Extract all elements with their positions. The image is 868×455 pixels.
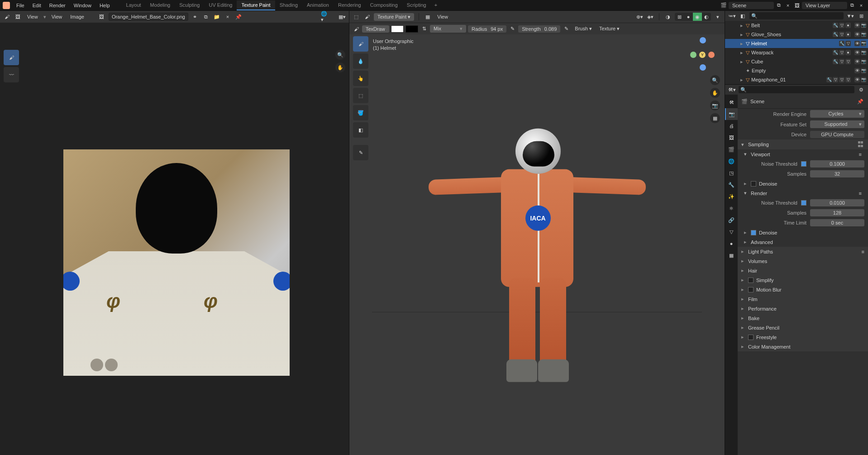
img-display-icon[interactable]: ▦▾ [338, 13, 346, 21]
gizmo-toggle-icon[interactable]: ⊕▾ [635, 13, 644, 21]
image-name-field[interactable]: Orange_Helmet_Base_Color.png [109, 13, 188, 21]
vp-soften-tool-icon[interactable]: 💧 [353, 53, 368, 69]
panel-light-paths[interactable]: Light Paths≡ [738, 247, 868, 256]
tab-physics-icon[interactable]: ⚛ [725, 202, 738, 214]
motionblur-checkbox[interactable] [748, 287, 754, 292]
image-browse-icon[interactable]: 🖼 [98, 13, 106, 21]
panel-film[interactable]: Film [738, 294, 868, 304]
pivot-icon[interactable]: ▦ [424, 13, 432, 21]
outliner-item-megaphone[interactable]: ▸▽Megaphone_01 🔧▽▽▽ 👁📷 [725, 75, 868, 84]
panel-hair[interactable]: Hair [738, 266, 868, 275]
mode-icon[interactable]: 🖌 [363, 13, 371, 21]
vp-samples-field[interactable]: 32 [810, 170, 864, 177]
vp-clone-tool-icon[interactable]: ⬚ [353, 88, 368, 103]
r-denoise-checkbox[interactable] [751, 230, 756, 235]
viewlayer-new-icon[interactable]: ⧉ [848, 1, 856, 10]
vp-zoom-icon[interactable]: 🔍 [710, 75, 720, 85]
vp-pan-icon[interactable]: ✋ [710, 88, 720, 98]
gizmo-z-icon[interactable] [700, 37, 706, 43]
pan-icon[interactable]: ✋ [335, 62, 345, 72]
scene-delete-icon[interactable]: × [784, 1, 792, 10]
radius-field[interactable]: Radius94 px [468, 25, 506, 33]
vp-mask-tool-icon[interactable]: ◧ [353, 122, 368, 138]
editor-type-3d-icon[interactable]: ⬚ [352, 13, 360, 21]
menu-file[interactable]: File [13, 1, 28, 10]
gizmo-y-neg-icon[interactable] [690, 52, 696, 58]
brush-panel-drop[interactable]: Brush ▾ [572, 25, 595, 33]
vp-noise-checkbox[interactable] [801, 161, 806, 167]
panel-grease-pencil[interactable]: Grease Pencil [738, 323, 868, 332]
outliner-new-collection-icon[interactable]: ⊞ [857, 12, 865, 20]
soften-tool-icon[interactable]: 〰 [4, 67, 19, 82]
strength-pressure-icon[interactable]: ✎ [562, 25, 570, 33]
r-noise-field[interactable]: 0.0100 [810, 199, 864, 206]
panel-volumes[interactable]: Volumes [738, 256, 868, 266]
subpanel-r-denoise[interactable]: Denoise [738, 228, 868, 237]
outliner-type-icon[interactable]: ≔▾ [728, 12, 736, 20]
viewlayer-browse-icon[interactable]: 🖼 [793, 1, 801, 10]
panel-sampling[interactable]: Sampling [738, 139, 868, 149]
camera-restrict-icon[interactable]: 📷 [861, 23, 866, 28]
tab-render-icon[interactable]: 📷 [725, 108, 738, 120]
outliner-item-empty[interactable]: ✦Empty 👁📷 [725, 66, 868, 75]
outliner-filter-icon[interactable]: ▼▾ [846, 12, 854, 20]
slot-drop-icon[interactable]: 🌐▾ [321, 13, 329, 21]
material-icon[interactable]: ● [845, 23, 851, 28]
menu-window[interactable]: Window [70, 1, 95, 10]
props-pin-icon[interactable]: 📌 [856, 97, 864, 105]
ws-add-button[interactable]: + [431, 0, 441, 10]
list-icon[interactable]: ≡ [859, 152, 862, 157]
time-limit-field[interactable]: 0 sec [810, 219, 864, 226]
subpanel-render[interactable]: Render≡ [738, 188, 868, 198]
r-samples-field[interactable]: 128 [810, 209, 864, 216]
props-type-icon[interactable]: 🛠▾ [728, 86, 736, 94]
modifier-icon[interactable]: 🔧 [833, 23, 838, 28]
preset-icon[interactable] [858, 141, 864, 148]
ws-layout[interactable]: Layout [122, 0, 146, 10]
tab-modifiers-icon[interactable]: 🔧 [725, 179, 738, 191]
image-pin-icon[interactable]: 📌 [234, 13, 243, 21]
ws-scripting[interactable]: Scripting [402, 0, 431, 10]
tab-material-icon[interactable]: ● [725, 238, 738, 249]
vp-smear-tool-icon[interactable]: 👆 [353, 71, 368, 86]
img-view2-menu[interactable]: View [49, 13, 65, 20]
panel-simplify[interactable]: Simplify [738, 275, 868, 285]
editor-type-icon[interactable]: 🖌 [3, 13, 11, 21]
tab-mesh-icon[interactable]: ▽ [725, 226, 738, 238]
img-image-menu[interactable]: Image [67, 13, 87, 20]
vp-view-menu[interactable]: View [434, 13, 451, 20]
panel-performance[interactable]: Performance [738, 304, 868, 313]
ws-modeling[interactable]: Modeling [146, 0, 175, 10]
menu-help[interactable]: Help [96, 1, 114, 10]
tab-texture-icon[interactable]: ▦ [725, 249, 738, 261]
blend-mode-dropdown[interactable]: Mix ▾ [430, 25, 466, 33]
overlay-toggle-icon[interactable]: ◈▾ [646, 13, 654, 21]
render-engine-dropdown[interactable]: Cycles ▾ [810, 110, 864, 118]
image-canvas[interactable]: 🖌 〰 🔍 ✋ φ φ [0, 23, 349, 455]
ws-texpaint[interactable]: Texture Paint [237, 0, 275, 10]
eye-icon[interactable]: 👁 [854, 23, 860, 28]
list-icon[interactable]: ≡ [859, 191, 862, 196]
vp-persp-icon[interactable]: ▦ [710, 113, 720, 123]
outliner-item-helmet[interactable]: ▸▽Helmet 🔧▽ 👁📷 [725, 39, 868, 48]
brush-browse-icon[interactable]: 🖌 [352, 25, 360, 33]
tab-output-icon[interactable]: 🖨 [725, 120, 738, 132]
image-unlink-icon[interactable]: × [224, 13, 232, 21]
secondary-color-swatch[interactable] [405, 25, 418, 33]
vp-fill-tool-icon[interactable]: 🪣 [353, 105, 368, 120]
outliner-item-belt[interactable]: ▸▽Belt 🔧▽● 👁📷 [725, 21, 868, 30]
mode-dropdown[interactable]: Texture Paint ▾ [374, 13, 414, 21]
viewport-canvas[interactable]: 🖌 💧 👆 ⬚ 🪣 ◧ ✎ User Orthographic (1) Helm… [349, 34, 725, 455]
vp-annotate-tool-icon[interactable]: ✎ [353, 145, 368, 160]
ws-uv[interactable]: UV Editing [204, 0, 237, 10]
shading-drop-icon[interactable]: ▾ [714, 13, 722, 21]
r-noise-checkbox[interactable] [801, 200, 806, 206]
strength-field[interactable]: Strength0.089 [518, 25, 560, 33]
gizmo-z-neg-icon[interactable] [700, 64, 706, 71]
image-new-icon[interactable]: ⧉ [202, 13, 210, 21]
panel-bake[interactable]: Bake [738, 313, 868, 323]
props-options-icon[interactable]: ⚙ [857, 86, 865, 94]
matprev-shading-icon[interactable]: ◉ [693, 13, 702, 21]
menu-edit[interactable]: Edit [29, 1, 45, 10]
vp-denoise-checkbox[interactable] [751, 181, 756, 187]
